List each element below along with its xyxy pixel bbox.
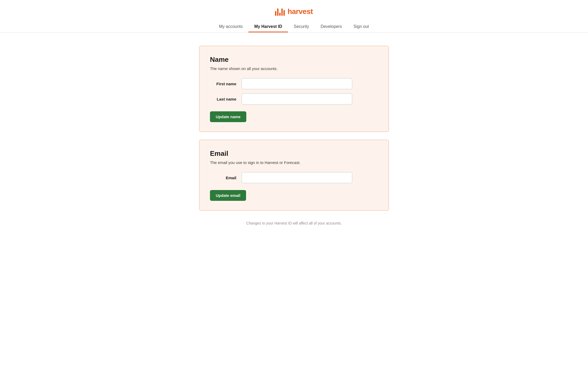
email-card-title: Email <box>210 149 378 158</box>
logo-bar-2 <box>277 8 278 16</box>
name-card: Name The name shown on all your accounts… <box>199 46 389 132</box>
main-nav: My accounts My Harvest ID Security Devel… <box>213 22 375 32</box>
first-name-input[interactable] <box>242 78 352 89</box>
name-card-description: The name shown on all your accounts. <box>210 66 378 71</box>
logo: harvest <box>275 7 313 16</box>
last-name-row: Last name <box>210 93 378 104</box>
footer-note: Changes to your Harvest ID will affect a… <box>199 221 389 225</box>
nav-item-sign-out[interactable]: Sign out <box>348 22 375 32</box>
email-label: Email <box>210 176 236 180</box>
logo-bar-1 <box>275 11 276 16</box>
nav-item-my-accounts[interactable]: My accounts <box>213 22 248 32</box>
first-name-label: First name <box>210 82 236 86</box>
nav-item-security[interactable]: Security <box>288 22 315 32</box>
last-name-input[interactable] <box>242 93 352 104</box>
main-content: Name The name shown on all your accounts… <box>194 33 394 241</box>
email-row: Email <box>210 172 378 183</box>
nav-item-developers[interactable]: Developers <box>315 22 348 32</box>
last-name-label: Last name <box>210 97 236 101</box>
update-email-button[interactable]: Update email <box>210 190 246 201</box>
email-card-description: The email you use to sign in to Harvest … <box>210 160 378 165</box>
email-card: Email The email you use to sign in to Ha… <box>199 140 389 211</box>
logo-icon <box>275 7 285 16</box>
nav-item-my-harvest-id[interactable]: My Harvest ID <box>248 22 288 32</box>
logo-text: harvest <box>287 7 313 16</box>
logo-bar-4 <box>281 8 283 16</box>
first-name-row: First name <box>210 78 378 89</box>
name-card-title: Name <box>210 56 378 64</box>
header: harvest My accounts My Harvest ID Securi… <box>0 0 588 33</box>
update-name-button[interactable]: Update name <box>210 111 246 122</box>
logo-bar-3 <box>279 13 281 16</box>
email-input[interactable] <box>242 172 352 183</box>
logo-bar-5 <box>283 10 285 16</box>
